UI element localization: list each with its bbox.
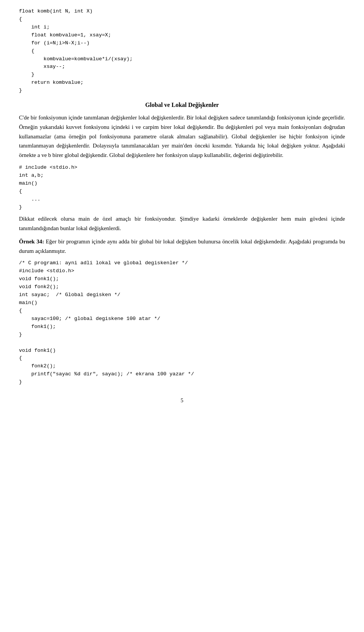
code-block-3: /* C programi: ayni adli lokal ve global…: [19, 259, 345, 386]
paragraph-example: Örnek 34: Eğer bir programın içinde aynı…: [19, 237, 345, 256]
paragraph-2: Dikkat edilecek olursa main de özel amaç…: [19, 214, 345, 233]
paragraph-1: C'de bir fonksiyonun içinde tanımlanan d…: [19, 113, 345, 160]
code-block-1: float komb(int N, int X) { int i; float …: [19, 8, 345, 95]
page-footer: 5: [19, 398, 345, 404]
example-label: Örnek 34:: [19, 238, 44, 245]
code-block-2: # include <stdio.h> int a,b; main() { ..…: [19, 164, 345, 212]
section-heading: Global ve Lokal Değişkenler: [19, 102, 345, 108]
